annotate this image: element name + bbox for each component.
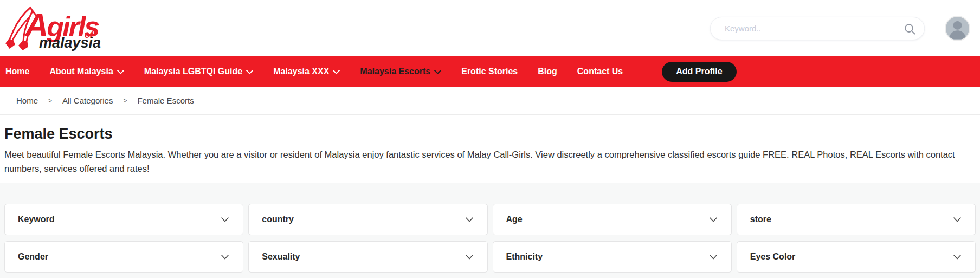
user-avatar[interactable]	[945, 16, 970, 41]
person-icon	[946, 17, 969, 40]
site-header: Agirls of malaysia	[0, 0, 980, 56]
chevron-down-icon	[434, 70, 441, 74]
filter-dropdown-gender[interactable]: Gender	[4, 241, 243, 273]
site-logo[interactable]: Agirls of malaysia	[5, 5, 100, 51]
filter-dropdown-store[interactable]: store	[737, 204, 976, 235]
nav-item-blog[interactable]: Blog	[538, 67, 557, 76]
chevron-down-icon	[466, 252, 473, 262]
add-profile-button[interactable]: Add Profile	[662, 62, 736, 82]
filter-dropdown-eyes-color[interactable]: Eyes Color	[737, 241, 976, 273]
page-intro: Female Escorts Meet beautiful Female Esc…	[0, 115, 980, 176]
nav-item-label: Blog	[538, 67, 557, 76]
search-icon[interactable]	[904, 23, 915, 35]
breadcrumb-current-page: Female Escorts	[137, 96, 194, 105]
filter-label: Keyword	[18, 215, 55, 224]
filter-dropdown-sexuality[interactable]: Sexuality	[248, 241, 487, 273]
filter-label: Eyes Color	[750, 252, 796, 262]
chevron-down-icon	[953, 215, 961, 224]
nav-item-erotic-stories[interactable]: Erotic Stories	[461, 67, 518, 76]
nav-item-malaysia-xxx[interactable]: Malaysia XXX	[273, 67, 340, 76]
chevron-down-icon	[953, 252, 961, 262]
page-description: Meet beautiful Female Escorts Malaysia. …	[4, 147, 976, 176]
chevron-down-icon	[221, 252, 229, 262]
chevron-down-icon	[710, 215, 717, 224]
breadcrumb-all-categories[interactable]: All Categories	[62, 96, 113, 105]
filter-dropdown-country[interactable]: country	[248, 204, 487, 235]
nav-item-label: Malaysia XXX	[273, 67, 329, 76]
filter-dropdown-age[interactable]: Age	[493, 204, 732, 235]
nav-item-label: Malaysia Escorts	[360, 67, 430, 76]
filter-section: Keyword country Age store Gender Sexuali…	[0, 183, 980, 278]
nav-item-about-malaysia[interactable]: About Malaysia	[49, 67, 124, 76]
filter-label: Gender	[18, 252, 48, 262]
chevron-down-icon	[466, 215, 473, 224]
main-nav: Home About Malaysia Malaysia LGBTQI Guid…	[0, 56, 980, 87]
nav-item-malaysia-escorts[interactable]: Malaysia Escorts	[360, 67, 441, 76]
logo-wordmark-malaysia: malaysia	[39, 35, 101, 51]
filter-label: store	[750, 215, 771, 224]
breadcrumb-separator: >	[48, 97, 52, 105]
chevron-down-icon	[221, 215, 229, 224]
chevron-down-icon	[710, 252, 717, 262]
nav-item-label: Malaysia LGBTQI Guide	[144, 67, 242, 76]
chevron-down-icon	[246, 70, 253, 74]
filter-dropdown-ethnicity[interactable]: Ethnicity	[493, 241, 732, 273]
nav-item-contact-us[interactable]: Contact Us	[577, 67, 623, 76]
page-title: Female Escorts	[4, 126, 976, 142]
breadcrumb-separator: >	[123, 97, 127, 105]
nav-item-malaysia-lgbtqi-guide[interactable]: Malaysia LGBTQI Guide	[144, 67, 253, 76]
nav-item-label: Home	[5, 67, 29, 76]
filter-label: Age	[506, 215, 523, 224]
nav-item-home[interactable]: Home	[5, 67, 29, 76]
filter-label: Sexuality	[262, 252, 300, 262]
nav-item-label: About Malaysia	[49, 67, 113, 76]
filter-dropdown-keyword[interactable]: Keyword	[4, 204, 243, 235]
nav-item-label: Erotic Stories	[461, 67, 518, 76]
header-search	[710, 17, 925, 40]
filter-label: Ethnicity	[506, 252, 543, 262]
breadcrumb: Home > All Categories > Female Escorts	[0, 87, 980, 115]
nav-item-label: Contact Us	[577, 67, 623, 76]
chevron-down-icon	[333, 70, 340, 74]
chevron-down-icon	[117, 70, 124, 74]
header-right	[710, 16, 970, 41]
search-input[interactable]	[711, 17, 924, 40]
filter-label: country	[262, 215, 294, 224]
breadcrumb-home[interactable]: Home	[16, 96, 38, 105]
